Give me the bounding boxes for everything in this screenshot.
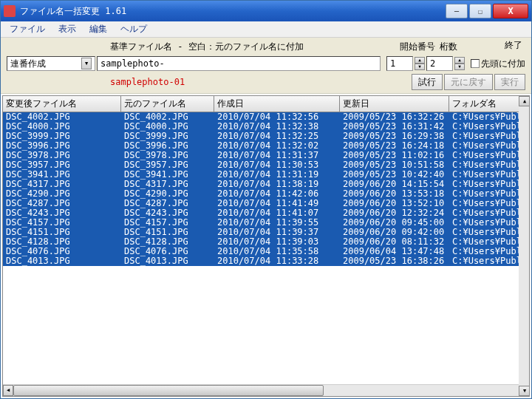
table-row[interactable]: DSC_4076.JPGDSC_4076.JPG2010/07/04 11:35… [3, 247, 529, 256]
file-table: 変更後ファイル名 元のファイル名 作成日 更新日 フォルダ名 DSC_4002.… [2, 95, 530, 397]
cell: DSC_3941.JPG [121, 170, 214, 180]
cell: DSC_4076.JPG [121, 247, 214, 256]
table-row[interactable]: DSC_4287.JPGDSC_4287.JPG2010/07/04 11:41… [3, 199, 529, 208]
cell: C:¥Users¥Public [449, 247, 523, 256]
cell: DSC_4013.JPG [121, 256, 214, 266]
vertical-scrollbar[interactable]: ▲ ▼ [519, 96, 530, 396]
window-title: ファイル名一括変更 1.61 [20, 5, 446, 18]
cell: 2010/07/04 11:31:19 [214, 170, 340, 180]
table-row[interactable]: DSC_4151.JPGDSC_4151.JPG2010/07/04 11:39… [3, 228, 529, 237]
cell: 2009/06/20 12:32:24 [340, 208, 449, 218]
cell: DSC_4000.JPG [121, 122, 214, 132]
cell: 2010/07/04 11:35:58 [214, 247, 340, 256]
execute-button[interactable]: 実行 [494, 74, 525, 90]
cell: DSC_4128.JPG [121, 237, 214, 247]
cell: 2009/06/20 09:42:00 [340, 228, 449, 237]
basefile-input[interactable]: samplephoto- [97, 56, 381, 71]
cell: 2010/07/04 11:30:53 [214, 160, 340, 170]
cell: C:¥Users¥Public [449, 132, 523, 141]
start-number-input[interactable]: 1 [386, 56, 413, 71]
exit-label[interactable]: 終了 [505, 39, 522, 52]
table-row[interactable]: DSC_3941.JPGDSC_3941.JPG2010/07/04 11:31… [3, 170, 529, 180]
col-modified[interactable]: 更新日 [340, 96, 449, 112]
cell: 2010/07/04 11:32:02 [214, 141, 340, 151]
cell: C:¥Users¥Public [449, 199, 523, 208]
cell: C:¥Users¥Public [449, 218, 523, 228]
menu-file[interactable]: ファイル [4, 21, 51, 37]
table-row[interactable]: DSC_3957.JPGDSC_3957.JPG2010/07/04 11:30… [3, 160, 529, 170]
cell: 2009/05/23 16:24:18 [340, 141, 449, 151]
try-button[interactable]: 試行 [412, 74, 443, 90]
cell: DSC_4317.JPG [121, 180, 214, 189]
cell: C:¥Users¥Public [449, 170, 523, 180]
scroll-up-icon[interactable]: ▲ [519, 96, 530, 106]
cell: DSC_3996.JPG [121, 141, 214, 151]
start-number-label: 開始番号 [400, 41, 435, 53]
start-number-spinner[interactable]: ▲▼ [415, 57, 425, 70]
scroll-left-icon[interactable]: ◀ [3, 385, 13, 396]
mode-combo[interactable]: 連番作成 ▼ [7, 56, 95, 71]
table-row[interactable]: DSC_4317.JPGDSC_4317.JPG2010/07/04 11:38… [3, 180, 529, 189]
menu-view[interactable]: 表示 [52, 21, 82, 37]
col-created[interactable]: 作成日 [214, 96, 340, 112]
cell: 2010/07/04 11:32:38 [214, 122, 340, 132]
digits-label: 桁数 [440, 41, 457, 53]
table-row[interactable]: DSC_4000.JPGDSC_4000.JPG2010/07/04 11:32… [3, 122, 529, 132]
cell: 2009/05/23 10:51:58 [340, 160, 449, 170]
cell: C:¥Users¥Public [449, 112, 523, 122]
cell: 2009/06/20 14:15:54 [340, 180, 449, 189]
menubar: ファイル 表示 編集 ヘルプ [1, 21, 531, 38]
cell: DSC_3999.JPG [121, 132, 214, 141]
cell: 2010/07/04 11:32:25 [214, 132, 340, 141]
menu-help[interactable]: ヘルプ [115, 21, 153, 37]
menu-edit[interactable]: 編集 [83, 21, 113, 37]
cell: DSC_4290.JPG [3, 189, 121, 199]
table-row[interactable]: DSC_3999.JPGDSC_3999.JPG2010/07/04 11:32… [3, 132, 529, 141]
cell: DSC_4243.JPG [121, 208, 214, 218]
cell: 2009/06/20 13:52:10 [340, 199, 449, 208]
table-body[interactable]: DSC_4002.JPGDSC_4002.JPG2010/07/04 11:32… [3, 112, 529, 384]
table-row[interactable]: DSC_4157.JPGDSC_4157.JPG2010/07/04 11:39… [3, 218, 529, 228]
cell: C:¥Users¥Public [449, 208, 523, 218]
digits-input[interactable]: 2 [426, 56, 453, 71]
chevron-down-icon[interactable]: ▼ [81, 58, 92, 69]
scroll-down-icon[interactable]: ▼ [519, 386, 530, 396]
cell: 2009/05/23 11:02:16 [340, 151, 449, 160]
checkbox-icon [471, 59, 480, 68]
table-row[interactable]: DSC_4243.JPGDSC_4243.JPG2010/07/04 11:41… [3, 208, 529, 218]
cell: 2009/06/20 08:11:32 [340, 237, 449, 247]
cell: 2009/06/04 13:47:48 [340, 247, 449, 256]
table-row[interactable]: DSC_4128.JPGDSC_4128.JPG2010/07/04 11:39… [3, 237, 529, 247]
cell: DSC_4013.JPG [3, 256, 121, 266]
col-folder[interactable]: フォルダ名 [449, 96, 523, 112]
maximize-button[interactable]: ☐ [469, 4, 491, 18]
cell: DSC_4128.JPG [3, 237, 121, 247]
horizontal-scrollbar[interactable]: ◀ ▶ [3, 384, 529, 396]
scrollbar-thumb[interactable] [13, 385, 324, 396]
cell: DSC_4317.JPG [3, 180, 121, 189]
undo-button[interactable]: 元に戻す [444, 74, 493, 90]
prefix-checkbox[interactable]: 先頭に付加 [471, 58, 525, 70]
table-row[interactable]: DSC_3978.JPGDSC_3978.JPG2010/07/04 11:31… [3, 151, 529, 160]
cell: C:¥Users¥Public [449, 228, 523, 237]
table-row[interactable]: DSC_3996.JPGDSC_3996.JPG2010/07/04 11:32… [3, 141, 529, 151]
digits-spinner[interactable]: ▲▼ [454, 57, 465, 70]
cell: C:¥Users¥Public [449, 122, 523, 132]
base-filename-label: 基準ファイル名 - 空白：元のファイル名に付加 [110, 41, 304, 53]
cell: DSC_3941.JPG [3, 170, 121, 180]
cell: 2009/06/20 13:53:18 [340, 189, 449, 199]
table-row[interactable]: DSC_4290.JPGDSC_4290.JPG2010/07/04 11:42… [3, 189, 529, 199]
cell: C:¥Users¥Public [449, 141, 523, 151]
cell: 2010/07/04 11:31:37 [214, 151, 340, 160]
col-new-name[interactable]: 変更後ファイル名 [3, 96, 121, 112]
minimize-button[interactable]: ─ [446, 4, 468, 18]
table-row[interactable]: DSC_4013.JPGDSC_4013.JPG2010/07/04 11:33… [3, 256, 529, 266]
col-old-name[interactable]: 元のファイル名 [121, 96, 214, 112]
titlebar[interactable]: ファイル名一括変更 1.61 ─ ☐ X [1, 1, 531, 21]
app-icon [4, 5, 16, 17]
cell: 2009/05/23 10:42:40 [340, 170, 449, 180]
table-row[interactable]: DSC_4002.JPGDSC_4002.JPG2010/07/04 11:32… [3, 112, 529, 122]
cell: DSC_4002.JPG [121, 112, 214, 122]
close-button[interactable]: X [493, 4, 528, 18]
cell: 2010/07/04 11:32:56 [214, 112, 340, 122]
